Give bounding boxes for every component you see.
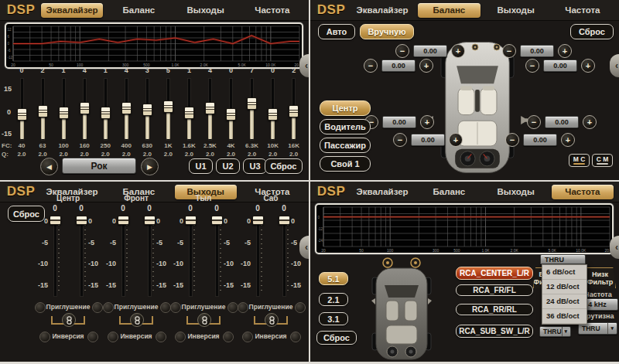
eq-slider-knob[interactable] [247, 97, 257, 110]
eq-slider-knob[interactable] [80, 102, 90, 114]
output-slider-track[interactable] [80, 219, 83, 296]
link-channels-button[interactable] [265, 313, 279, 327]
eq-slider-track[interactable] [221, 79, 241, 140]
eq-slider-track[interactable] [32, 79, 53, 140]
output-slider-knob[interactable] [144, 216, 156, 225]
tab-balance[interactable]: Баланс [418, 185, 480, 199]
invert-radio-right[interactable] [87, 332, 98, 342]
eq-slider-knob[interactable] [163, 100, 173, 113]
layout-3-1-button[interactable]: 3.1 [319, 312, 348, 325]
mute-radio-right[interactable] [295, 302, 306, 313]
preset-name-button[interactable]: Рок [62, 158, 136, 174]
minus-button[interactable]: − [525, 59, 539, 73]
eq-slider-knob[interactable] [59, 107, 69, 119]
invert-radio-right[interactable] [156, 332, 166, 342]
cm-mode-button[interactable]: C M [592, 154, 613, 167]
preset-prev-button[interactable]: ◀ [40, 158, 58, 175]
invert-radio-left[interactable] [39, 332, 50, 342]
minus-button[interactable]: − [505, 133, 519, 147]
invert-radio-left[interactable] [242, 332, 253, 342]
eq-slider-track[interactable] [158, 79, 178, 140]
channel-rca-rear-button[interactable]: RCA_RR/RL [456, 304, 533, 315]
eq-slider-knob[interactable] [101, 107, 111, 119]
eq-slider-knob[interactable] [226, 108, 236, 121]
tab-balance[interactable]: Баланс [418, 3, 480, 18]
slope-dropdown-selected[interactable]: THRU [540, 254, 586, 264]
output-slider-knob[interactable] [211, 216, 223, 225]
slope-option[interactable]: 6 dB/oct [542, 265, 587, 280]
mute-radio-left[interactable] [35, 302, 46, 313]
eq-slider-knob[interactable] [205, 102, 215, 114]
balance-manual-button[interactable]: Вручную [360, 24, 414, 39]
tab-outputs[interactable]: Выходы [485, 185, 547, 199]
output-slider-track[interactable] [149, 219, 151, 296]
output-slider-track[interactable] [122, 219, 125, 296]
eq-band-slider-250[interactable]: 1 [95, 66, 115, 145]
tab-equalizer[interactable]: Эквалайзер [351, 185, 413, 199]
mute-radio-right[interactable] [92, 302, 103, 313]
filter-tab-lowpass[interactable]: Низк Фильтр [584, 267, 616, 288]
eq-slider-track[interactable] [95, 79, 115, 140]
eq-band-slider-160[interactable]: 4 [74, 66, 94, 145]
invert-radio-left[interactable] [108, 332, 118, 342]
output-slider-track[interactable] [54, 219, 56, 296]
drawer-handle[interactable]: ‹ [299, 236, 309, 259]
output-slider-knob[interactable] [76, 216, 87, 225]
eq-band-slider-4K[interactable]: 0 [221, 66, 241, 145]
channel-rca-sub-button[interactable]: RCA_SUB_SW_L/R [456, 325, 533, 338]
invert-radio-right[interactable] [223, 332, 234, 342]
output-slider-knob[interactable] [118, 216, 129, 225]
output-slider-knob[interactable] [252, 216, 264, 225]
drawer-handle[interactable]: ‹ [610, 54, 619, 77]
output-slider-track[interactable] [283, 219, 286, 296]
eq-band-slider-6.3K[interactable]: 7 [242, 66, 262, 145]
output-slider-track[interactable] [190, 219, 192, 296]
eq-slider-track[interactable] [242, 79, 262, 140]
minus-button[interactable]: − [395, 44, 409, 58]
frequency-reset-button[interactable]: Сброс [316, 331, 357, 345]
memory-u1-button[interactable]: U1 [189, 158, 213, 174]
mute-radio-left[interactable] [170, 302, 181, 313]
slope-option[interactable]: 36 dB/oct [542, 309, 587, 324]
slope-option[interactable]: 12 dB/oct [542, 280, 587, 294]
invert-radio-left[interactable] [175, 332, 186, 342]
eq-slider-track[interactable] [74, 79, 94, 140]
eq-reset-button[interactable]: Сброс [265, 158, 303, 174]
link-channels-button[interactable] [130, 313, 144, 327]
eq-slider-knob[interactable] [268, 108, 278, 121]
output-slider-track[interactable] [257, 219, 259, 296]
eq-slider-knob[interactable] [38, 105, 48, 117]
eq-band-slider-16K[interactable]: 2 [284, 66, 304, 145]
channel-rca-front-button[interactable]: RCA_FR/FL [456, 284, 533, 296]
tab-equalizer[interactable]: Эквалайзер [41, 3, 103, 18]
eq-band-slider-40[interactable]: 0 [12, 66, 32, 145]
eq-band-slider-400[interactable]: 4 [116, 66, 136, 145]
eq-slider-knob[interactable] [17, 108, 27, 121]
slope-select-highpass[interactable]: THRU ▾ [539, 326, 571, 337]
eq-slider-track[interactable] [137, 79, 157, 140]
channel-rca-center-button[interactable]: RCA_CENTER_L/R [456, 267, 533, 280]
tab-outputs[interactable]: Выходы [485, 3, 547, 18]
eq-slider-track[interactable] [200, 79, 220, 140]
memory-u3-button[interactable]: U3 [243, 158, 267, 174]
plus-button[interactable]: + [451, 44, 465, 58]
mute-radio-left[interactable] [238, 302, 248, 313]
link-channels-button[interactable] [62, 313, 76, 327]
plus-button[interactable]: + [561, 133, 575, 147]
tab-equalizer[interactable]: Эквалайзер [351, 3, 413, 18]
eq-slider-track[interactable] [116, 79, 136, 140]
slope-option[interactable]: 24 dB/oct [542, 294, 587, 309]
eq-band-slider-1.6K[interactable]: 1 [179, 66, 199, 145]
output-slider-knob[interactable] [185, 216, 197, 225]
listening-pos-custom-button[interactable]: Свой 1 [320, 156, 371, 172]
plus-button[interactable]: + [419, 59, 433, 73]
drawer-handle[interactable]: ‹ [610, 236, 619, 259]
listening-pos-driver-button[interactable]: Водитель [320, 119, 371, 134]
plus-button[interactable]: + [420, 115, 434, 129]
minus-button[interactable]: − [502, 44, 516, 58]
eq-slider-knob[interactable] [142, 104, 152, 116]
invert-radio-right[interactable] [290, 332, 301, 342]
eq-slider-knob[interactable] [184, 107, 194, 119]
plus-button[interactable]: + [449, 133, 463, 147]
eq-band-slider-10K[interactable]: 0 [263, 66, 283, 145]
